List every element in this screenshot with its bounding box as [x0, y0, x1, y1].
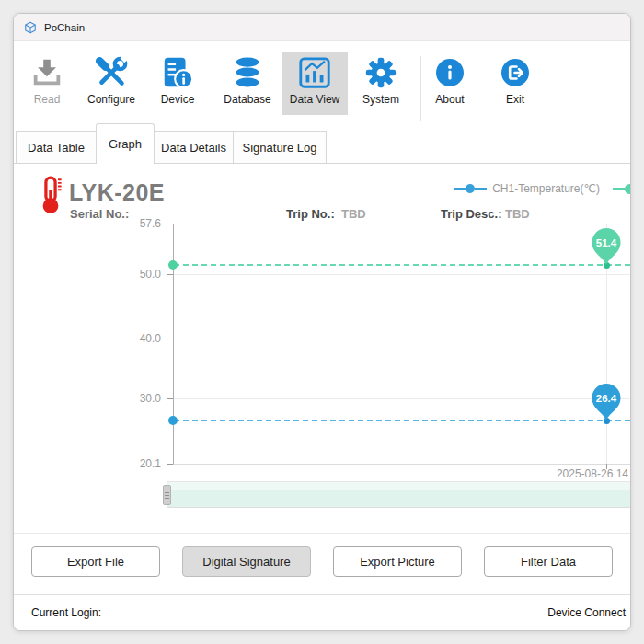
tab-graph[interactable]: Graph [96, 123, 155, 164]
export-file-button[interactable]: Export File [31, 546, 160, 577]
toolbar-item-exit[interactable]: Exit [482, 52, 548, 115]
y-tick-label: 50.0 [122, 268, 161, 281]
series-line-ch1 [174, 420, 630, 421]
trip-no-value: TBD [341, 207, 366, 221]
tab-data-details[interactable]: Data Details [154, 131, 234, 163]
tab-label: Data Table [28, 141, 85, 155]
trip-desc-value: TBD [505, 207, 530, 221]
window-title: PoChain [44, 22, 85, 33]
trip-desc-label: Trip Desc.: [441, 207, 501, 221]
toolbar: Read Configure [14, 41, 630, 123]
device-connect-text: Device Connect [547, 606, 626, 619]
tab-signature-log[interactable]: Signature Log [233, 131, 327, 163]
value-label-upper: 51.4 [596, 237, 617, 248]
toolbar-label: Configure [87, 93, 135, 106]
toolbar-item-read[interactable]: Read [14, 52, 80, 115]
toolbar-label: Read [34, 93, 61, 106]
toolbar-item-device[interactable]: Device [144, 52, 211, 115]
gridline [174, 339, 630, 339]
toolbar-label: About [435, 93, 464, 106]
gridline [174, 274, 630, 275]
current-login-text: Current Login: [31, 606, 101, 619]
device-info-icon [160, 54, 195, 91]
chart-legend: CH1-Temperature(℃) [454, 182, 631, 195]
x-axis-label: 2025-08-26 14 [557, 467, 628, 480]
legend-item-ch2[interactable] [613, 184, 631, 194]
legend-item-ch1[interactable] [454, 184, 487, 193]
database-icon [230, 54, 265, 91]
trip-no-label: Trip No.: [286, 207, 335, 221]
configure-tools-icon [94, 54, 129, 91]
tab-bar: Data Table Graph Data Details Signature … [14, 123, 630, 164]
y-tick-label: 57.6 [122, 217, 161, 230]
tab-data-table[interactable]: Data Table [16, 131, 97, 163]
read-download-icon [29, 54, 64, 91]
y-tick-label: 40.0 [122, 332, 161, 345]
graph-panel: LYK-20E Serial No.: Trip No.: TBD Trip D… [14, 164, 630, 533]
thermometer-icon [36, 172, 65, 222]
value-marker-upper: 51.4 [591, 227, 622, 266]
tab-label: Signature Log [243, 141, 317, 155]
app-cube-icon [24, 21, 37, 34]
footer-actions: Export File Digital Signature Export Pic… [14, 533, 630, 594]
gridline [174, 398, 630, 399]
toolbar-label: Data View [290, 93, 339, 106]
value-marker-ch1: 26.4 [591, 383, 622, 421]
status-bar: Current Login: Device Connect [14, 594, 630, 630]
data-view-chart-icon [297, 54, 332, 91]
about-info-icon [436, 54, 464, 91]
series-axis-dot-upper [168, 260, 178, 270]
device-model: LYK-20E [69, 179, 165, 206]
datazoom-left-handle[interactable] [163, 485, 171, 505]
legend-line [454, 188, 466, 190]
title-bar: PoChain [14, 14, 630, 41]
digital-signature-button[interactable]: Digital Signature [182, 546, 311, 577]
toolbar-label: Database [224, 93, 270, 106]
toolbar-item-about[interactable]: About [417, 52, 483, 115]
legend-label-ch1: CH1-Temperature(℃) [492, 182, 600, 195]
system-gear-icon [363, 54, 398, 91]
y-tick-label: 20.1 [122, 457, 161, 470]
legend-line [613, 188, 625, 190]
value-label-ch1: 26.4 [596, 393, 617, 404]
legend-line [475, 188, 487, 190]
export-picture-button[interactable]: Export Picture [333, 546, 462, 577]
chart-plot-area: 51.4 26.4 [173, 224, 630, 465]
toolbar-item-configure[interactable]: Configure [78, 52, 144, 115]
series-line-upper [174, 264, 630, 266]
toolbar-item-system[interactable]: System [348, 52, 414, 115]
exit-icon [501, 54, 529, 91]
datazoom-slider[interactable] [167, 481, 630, 508]
legend-dot [625, 184, 631, 194]
series-axis-dot-ch1 [168, 416, 178, 425]
toolbar-label: Exit [506, 93, 524, 106]
tab-label: Data Details [161, 141, 226, 155]
app-window: PoChain Read Configure [13, 13, 631, 631]
tab-label: Graph [109, 137, 142, 151]
legend-dot [466, 184, 475, 193]
toolbar-item-data-view[interactable]: Data View [282, 52, 348, 115]
toolbar-item-database[interactable]: Database [214, 52, 281, 115]
filter-data-button[interactable]: Filter Data [484, 546, 613, 577]
toolbar-label: Device [161, 93, 195, 106]
serial-label: Serial No.: [70, 207, 129, 221]
toolbar-label: System [362, 93, 399, 106]
y-tick-label: 30.0 [122, 392, 161, 405]
